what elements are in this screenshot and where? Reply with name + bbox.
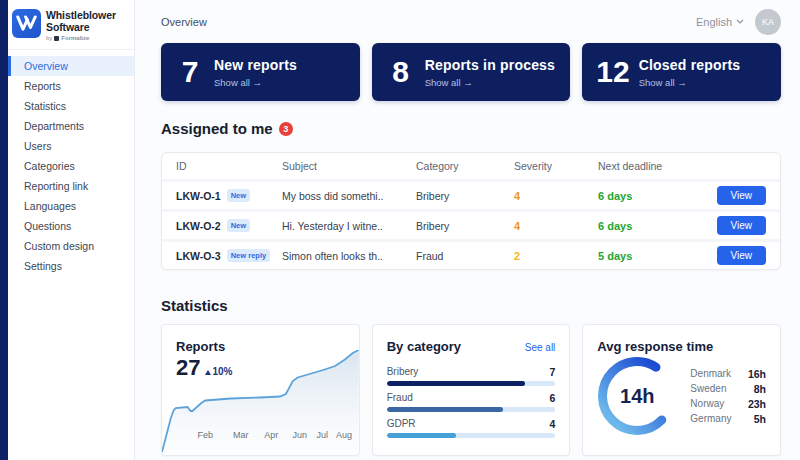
legend-label: Norway xyxy=(690,398,724,409)
avatar[interactable]: KA xyxy=(755,9,781,35)
report-category: Fraud xyxy=(416,250,514,262)
column-header: Severity xyxy=(514,160,598,172)
sidebar-item-statistics[interactable]: Statistics xyxy=(8,96,134,116)
x-axis-label: Jun xyxy=(292,430,307,440)
view-button[interactable]: View xyxy=(717,186,767,205)
status-tag: New xyxy=(227,189,250,202)
brand-byline: byFormalize xyxy=(46,35,116,41)
topbar: Overview English KA xyxy=(161,0,781,43)
legend-row-germany: Germany5h xyxy=(690,411,766,426)
see-all-link[interactable]: See all xyxy=(525,342,556,353)
response-time-title: Avg response time xyxy=(597,339,766,354)
trend-up-icon xyxy=(205,370,211,375)
report-id: LKW-O-3New reply xyxy=(176,249,282,262)
table-header: IDSubjectCategorySeverityNext deadline xyxy=(162,153,780,179)
report-deadline: 6 days xyxy=(598,190,692,202)
reports-total: 27 xyxy=(176,355,200,381)
bar-value: 4 xyxy=(550,418,556,430)
x-axis-label: Apr xyxy=(264,430,278,440)
report-category: Bribery xyxy=(416,220,514,232)
legend-value: 8h xyxy=(754,383,766,395)
sidebar-item-reporting-link[interactable]: Reporting link xyxy=(8,176,134,196)
view-button[interactable]: View xyxy=(717,216,767,235)
legend-value: 23h xyxy=(748,398,766,410)
sidebar-item-settings[interactable]: Settings xyxy=(8,256,134,276)
sidebar-item-departments[interactable]: Departments xyxy=(8,116,134,136)
arrow-right-icon: → xyxy=(253,77,263,88)
brand-logo[interactable]: Whistleblower Software byFormalize xyxy=(8,0,134,50)
legend-value: 16h xyxy=(748,368,766,380)
summary-card-title: Closed reports xyxy=(639,57,741,73)
brand-logo-icon xyxy=(12,9,41,38)
sidebar-item-custom-design[interactable]: Custom design xyxy=(8,236,134,256)
arrow-right-icon: → xyxy=(463,77,473,88)
summary-cards: 7New reportsShow all →8Reports in proces… xyxy=(161,43,781,101)
category-chart-card: By category See all Bribery7Fraud6GDPR4 xyxy=(372,324,571,456)
report-severity: 2 xyxy=(514,250,598,262)
assigned-count-badge: 3 xyxy=(279,122,293,136)
category-chart-title: By category xyxy=(387,339,461,354)
assigned-section-title: Assigned to me 3 xyxy=(161,120,781,137)
column-header: Next deadline xyxy=(598,160,692,172)
x-axis-labels: FebMarAprJunJulAug xyxy=(162,430,359,442)
main-content: Overview English KA 7New reportsShow all… xyxy=(135,0,800,460)
summary-card-value: 7 xyxy=(175,55,205,89)
bar-label: Bribery xyxy=(387,366,419,378)
brand-name-line1: Whistleblower xyxy=(46,9,116,21)
table-row: LKW-O-3New replySimon often looks th..Fr… xyxy=(162,239,780,269)
legend-label: Denmark xyxy=(690,368,731,379)
legend-row-sweden: Sweden8h xyxy=(690,381,766,396)
report-severity: 4 xyxy=(514,190,598,202)
show-all-link[interactable]: Show all → xyxy=(214,77,297,88)
x-axis-label: Feb xyxy=(198,430,214,440)
show-all-link[interactable]: Show all → xyxy=(639,77,741,88)
legend-row-norway: Norway23h xyxy=(690,396,766,411)
brand-name-line2: Software xyxy=(46,21,116,33)
bar-label: GDPR xyxy=(387,418,416,430)
summary-card-closed-reports[interactable]: 12Closed reportsShow all → xyxy=(582,43,781,101)
language-selector[interactable]: English xyxy=(696,16,732,28)
report-subject: Hi. Yesterday I witne.. xyxy=(282,220,416,232)
breadcrumb: Overview xyxy=(161,16,207,28)
sidebar-item-overview[interactable]: Overview xyxy=(8,56,134,76)
status-tag: New reply xyxy=(227,249,270,262)
legend-row-denmark: Denmark16h xyxy=(690,366,766,381)
sidebar-item-categories[interactable]: Categories xyxy=(8,156,134,176)
sidebar-item-reports[interactable]: Reports xyxy=(8,76,134,96)
bar-label: Fraud xyxy=(387,392,413,404)
bar-value: 6 xyxy=(550,392,556,404)
sidebar-item-users[interactable]: Users xyxy=(8,136,134,156)
report-deadline: 6 days xyxy=(598,220,692,232)
sidebar-nav: OverviewReportsStatisticsDepartmentsUser… xyxy=(8,50,134,276)
response-donut-chart: 14h xyxy=(597,356,677,436)
table-row: LKW-O-2NewHi. Yesterday I witne..Bribery… xyxy=(162,209,780,239)
reports-change: 10% xyxy=(205,366,232,377)
statistics-cards: Reports 27 10% FebMarAprJunJulAug xyxy=(161,324,781,456)
table-row: LKW-O-1NewMy boss did somethi..Bribery46… xyxy=(162,179,780,209)
summary-card-title: New reports xyxy=(214,57,297,73)
report-id: LKW-O-2New xyxy=(176,219,282,232)
view-button[interactable]: View xyxy=(717,246,767,265)
sidebar-item-questions[interactable]: Questions xyxy=(8,216,134,236)
legend-label: Sweden xyxy=(690,383,726,394)
column-header: ID xyxy=(176,160,282,172)
column-header: Category xyxy=(416,160,514,172)
summary-card-reports-in-process[interactable]: 8Reports in processShow all → xyxy=(372,43,571,101)
reports-chart-card: Reports 27 10% FebMarAprJunJulAug xyxy=(161,324,360,456)
x-axis-label: Mar xyxy=(233,430,249,440)
legend-value: 5h xyxy=(754,413,766,425)
x-axis-label: Jul xyxy=(317,430,329,440)
statistics-section-title: Statistics xyxy=(161,297,781,314)
report-id: LKW-O-1New xyxy=(176,189,282,202)
sidebar-item-languages[interactable]: Languages xyxy=(8,196,134,216)
show-all-link[interactable]: Show all → xyxy=(425,77,555,88)
x-axis-label: Aug xyxy=(336,430,352,440)
arrow-right-icon: → xyxy=(677,77,687,88)
formalize-icon xyxy=(54,36,59,41)
report-subject: Simon often looks th.. xyxy=(282,250,416,262)
summary-card-value: 8 xyxy=(386,55,416,89)
summary-card-title: Reports in process xyxy=(425,57,555,73)
report-deadline: 5 days xyxy=(598,250,692,262)
status-tag: New xyxy=(227,219,250,232)
summary-card-new-reports[interactable]: 7New reportsShow all → xyxy=(161,43,360,101)
